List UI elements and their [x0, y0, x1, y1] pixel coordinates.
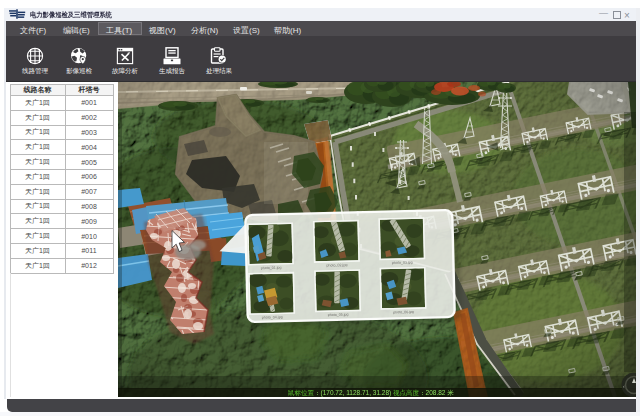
svg-text:鼠标位置：(170.72, 1128.71, 31.28): 鼠标位置：(170.72, 1128.71, 31.28) 视点高度：208.8…: [288, 389, 454, 397]
